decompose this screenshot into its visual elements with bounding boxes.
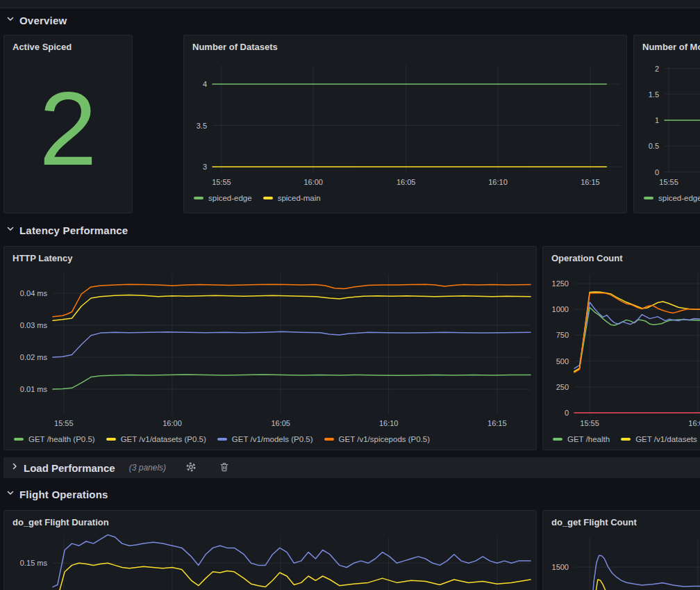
panel-title[interactable]: Operation Count: [543, 247, 700, 270]
panel-active-spiced: Active Spiced 2: [3, 35, 133, 213]
section-title: Overview: [19, 15, 67, 26]
panel-title[interactable]: Number of Datasets: [184, 35, 626, 59]
svg-text:0: 0: [565, 409, 569, 417]
svg-text:16:15: 16:15: [581, 178, 600, 186]
chevron-down-icon: [6, 488, 15, 500]
chart-do-get-flight-duration[interactable]: 0.15 ms15:5516:0016:0516:1016:15: [4, 534, 536, 590]
series-color-swatch: [194, 197, 203, 199]
legend-item[interactable]: GET /v1/models (P0.5): [217, 435, 313, 443]
svg-text:4: 4: [203, 80, 207, 88]
chart-http-latency[interactable]: 0.01 ms0.02 ms0.03 ms0.04 ms15:5516:0016…: [4, 270, 536, 443]
section-title: Load Performance: [24, 462, 115, 474]
section-header-latency-performance[interactable]: Latency Performance: [6, 220, 128, 240]
chart-legend: spiced-edgespiced-main: [184, 191, 626, 202]
chevron-down-icon: [6, 14, 15, 26]
legend-item[interactable]: GET /health (P0.5): [14, 435, 95, 443]
section-title: Latency Performance: [19, 224, 128, 236]
panel-do-get-flight-duration: do_get Flight Duration 0.15 ms15:5516:00…: [3, 510, 537, 590]
stat-display: 2: [4, 59, 132, 198]
panel-title[interactable]: Active Spiced: [4, 35, 132, 59]
svg-text:3.5: 3.5: [197, 122, 207, 130]
legend-label[interactable]: spiced-edge: [208, 194, 252, 202]
legend-label[interactable]: GET /health (P0.5): [28, 435, 95, 443]
chart-legend: spiced-edgespiced-main: [634, 191, 700, 202]
svg-text:0.02 ms: 0.02 ms: [20, 353, 48, 361]
chart-number-of-models[interactable]: 00.511.5215:5516:00spiced-edgespiced-mai…: [634, 59, 700, 202]
series-color-swatch: [553, 438, 562, 441]
row-settings-button[interactable]: [183, 460, 199, 476]
legend-label[interactable]: GET /v1/models (P0.5): [232, 435, 313, 443]
legend-label[interactable]: GET /v1/datasets: [635, 435, 697, 443]
svg-text:1250: 1250: [552, 279, 569, 288]
svg-text:16:00: 16:00: [303, 178, 323, 186]
series-color-swatch: [263, 197, 273, 199]
row-delete-button[interactable]: [216, 460, 233, 476]
legend-item[interactable]: spiced-main: [263, 194, 321, 202]
svg-text:3: 3: [203, 163, 207, 171]
svg-text:16:00: 16:00: [688, 419, 700, 427]
panel-http-latency: HTTP Latency 0.01 ms0.02 ms0.03 ms0.04 m…: [3, 246, 537, 450]
series-color-swatch: [324, 438, 334, 441]
panel-title[interactable]: do_get Flight Duration: [4, 511, 536, 534]
svg-text:0.5: 0.5: [649, 142, 659, 150]
svg-text:250: 250: [556, 383, 569, 391]
chart-do-get-flight-count[interactable]: 150015:5516:00: [543, 534, 700, 590]
panel-do-get-flight-count: do_get Flight Count 150015:5516:00: [542, 510, 700, 590]
svg-text:500: 500: [556, 357, 569, 366]
legend-label[interactable]: spiced-edge: [658, 194, 700, 202]
svg-text:0: 0: [655, 168, 659, 177]
legend-item[interactable]: spiced-edge: [644, 194, 700, 202]
svg-text:16:05: 16:05: [271, 419, 290, 427]
series-color-swatch: [14, 438, 24, 441]
svg-text:16:05: 16:05: [397, 178, 416, 186]
chevron-right-icon: [10, 461, 19, 474]
top-toolbar-strip: [0, 0, 700, 8]
svg-text:16:10: 16:10: [379, 419, 399, 427]
svg-text:16:15: 16:15: [488, 419, 507, 427]
svg-text:16:00: 16:00: [162, 419, 182, 427]
svg-text:0.04 ms: 0.04 ms: [20, 289, 48, 297]
svg-text:1.5: 1.5: [649, 90, 659, 99]
panel-title[interactable]: do_get Flight Count: [543, 511, 700, 534]
series-color-swatch: [217, 438, 227, 441]
legend-item[interactable]: GET /health: [553, 435, 610, 443]
legend-item[interactable]: GET /v1/spicepods (P0.5): [324, 435, 430, 443]
panel-title[interactable]: Number of Models: [634, 35, 700, 59]
section-title: Flight Operations: [19, 489, 108, 500]
svg-text:0.15 ms: 0.15 ms: [20, 559, 48, 567]
legend-item[interactable]: spiced-edge: [194, 194, 252, 202]
section-header-load-performance[interactable]: Load Performance (3 panels): [3, 457, 700, 478]
series-color-swatch: [644, 197, 653, 199]
legend-label[interactable]: GET /v1/datasets (P0.5): [121, 435, 206, 443]
chart-legend: GET /health (P0.5)GET /v1/datasets (P0.5…: [4, 432, 536, 443]
panel-number-of-models: Number of Models 00.511.5215:5516:00spic…: [633, 35, 700, 213]
legend-label[interactable]: GET /health: [567, 435, 610, 443]
panel-operation-count: Operation Count 02505007501000125015:551…: [542, 246, 700, 450]
svg-text:1500: 1500: [552, 563, 569, 571]
panel-number-of-datasets: Number of Datasets 33.5415:5516:0016:051…: [183, 35, 627, 213]
chart-operation-count[interactable]: 02505007501000125015:5516:0016:05GET /he…: [543, 270, 700, 443]
svg-text:1000: 1000: [552, 305, 569, 313]
gear-icon: [185, 461, 197, 475]
section-header-overview[interactable]: Overview: [6, 10, 67, 30]
svg-text:750: 750: [556, 331, 569, 339]
legend-label[interactable]: spiced-main: [278, 194, 321, 202]
legend-item[interactable]: GET /v1/datasets: [621, 435, 697, 443]
svg-text:15:55: 15:55: [212, 178, 231, 186]
legend-label[interactable]: GET /v1/spicepods (P0.5): [339, 435, 430, 443]
svg-text:0.01 ms: 0.01 ms: [20, 385, 48, 393]
section-header-flight-operations[interactable]: Flight Operations: [6, 484, 108, 504]
chart-number-of-datasets[interactable]: 33.5415:5516:0016:0516:1016:15spiced-edg…: [184, 59, 626, 202]
svg-text:15:55: 15:55: [54, 419, 74, 427]
series-color-swatch: [621, 438, 631, 441]
svg-text:16:10: 16:10: [488, 178, 508, 186]
panel-title[interactable]: HTTP Latency: [4, 247, 536, 270]
series-color-swatch: [106, 438, 116, 441]
trash-icon: [219, 461, 230, 475]
svg-text:1: 1: [655, 116, 659, 124]
chevron-down-icon: [6, 224, 15, 236]
svg-text:15:55: 15:55: [659, 178, 678, 186]
panel-count-label: (3 panels): [129, 463, 166, 473]
legend-item[interactable]: GET /v1/datasets (P0.5): [106, 435, 206, 443]
svg-text:2: 2: [655, 65, 659, 73]
